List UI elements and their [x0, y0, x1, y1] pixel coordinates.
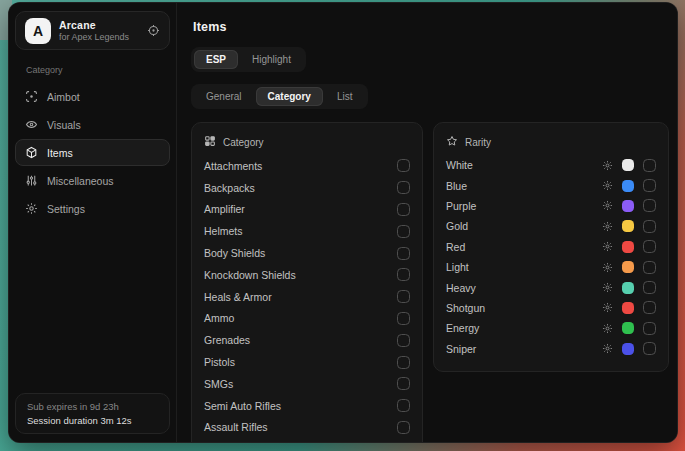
gear-icon[interactable]: [602, 343, 613, 354]
category-row: Amplifier: [204, 199, 410, 221]
color-swatch[interactable]: [622, 159, 634, 171]
gear-icon[interactable]: [602, 282, 613, 293]
category-checkbox[interactable]: [397, 421, 410, 434]
sidebar-item-items[interactable]: Items: [15, 139, 170, 166]
rarity-checkbox[interactable]: [643, 159, 656, 172]
sidebar-item-aimbot[interactable]: Aimbot: [15, 83, 170, 110]
tab-general[interactable]: General: [194, 87, 254, 106]
category-checkbox[interactable]: [397, 203, 410, 216]
rarity-row-label: Red: [446, 241, 465, 253]
cube-icon: [25, 146, 38, 159]
rarity-row-controls: [602, 261, 656, 274]
rarity-list: WhiteBluePurpleGoldRedLightHeavyShotgunE…: [446, 155, 656, 359]
sidebar-item-visuals[interactable]: Visuals: [15, 111, 170, 138]
sidebar-item-label: Visuals: [47, 119, 81, 131]
page-title: Items: [193, 20, 669, 34]
gear-icon[interactable]: [602, 221, 613, 232]
category-checkbox[interactable]: [397, 312, 410, 325]
gear-icon[interactable]: [602, 241, 613, 252]
color-swatch[interactable]: [622, 282, 634, 294]
rarity-checkbox[interactable]: [643, 281, 656, 294]
rarity-row-controls: [602, 322, 656, 335]
app-name: Arcane: [59, 19, 139, 31]
category-row: LMGs: [204, 438, 410, 443]
category-row: Heals & Armor: [204, 286, 410, 308]
category-checkbox[interactable]: [397, 290, 410, 303]
rarity-row: Blue: [446, 175, 656, 195]
category-checkbox[interactable]: [397, 268, 410, 281]
session-info-card: Sub expires in 9d 23h Session duration 3…: [15, 393, 170, 434]
category-checkbox[interactable]: [397, 159, 410, 172]
desktop: A Arcane for Apex Legends Category Aimbo…: [0, 0, 685, 451]
mode-option-esp[interactable]: ESP: [194, 50, 238, 69]
rarity-row-controls: [602, 199, 656, 212]
category-row-label: Knockdown Shields: [204, 269, 296, 281]
color-swatch[interactable]: [622, 302, 634, 314]
gear-icon[interactable]: [602, 262, 613, 273]
category-row: Helmets: [204, 220, 410, 242]
sliders-icon: [25, 174, 38, 187]
category-row: Pistols: [204, 351, 410, 373]
category-checkbox[interactable]: [397, 356, 410, 369]
mode-toggle: ESPHighlight: [191, 47, 306, 72]
gear-icon[interactable]: [602, 323, 613, 334]
rarity-panel-title: Rarity: [465, 137, 491, 148]
crosshair-icon: [25, 90, 38, 103]
category-panel-title: Category: [223, 137, 264, 148]
category-checkbox[interactable]: [397, 377, 410, 390]
gear-icon[interactable]: [602, 180, 613, 191]
sidebar-spacer: [9, 223, 176, 393]
tab-category[interactable]: Category: [256, 87, 323, 106]
rarity-checkbox[interactable]: [643, 301, 656, 314]
rarity-row: Energy: [446, 318, 656, 338]
rarity-row: White: [446, 155, 656, 175]
rarity-checkbox[interactable]: [643, 240, 656, 253]
sidebar-item-label: Aimbot: [47, 91, 80, 103]
rarity-row-controls: [602, 240, 656, 253]
rarity-row-controls: [602, 220, 656, 233]
rarity-row-label: Purple: [446, 200, 476, 212]
category-checkbox[interactable]: [397, 225, 410, 238]
category-checkbox[interactable]: [397, 247, 410, 260]
rarity-row-label: White: [446, 159, 473, 171]
sidebar: A Arcane for Apex Legends Category Aimbo…: [9, 3, 176, 442]
rarity-checkbox[interactable]: [643, 322, 656, 335]
rarity-row-controls: [602, 159, 656, 172]
gear-icon[interactable]: [602, 302, 613, 313]
target-icon[interactable]: [147, 24, 160, 37]
category-row: Grenades: [204, 329, 410, 351]
rarity-row: Light: [446, 257, 656, 277]
color-swatch[interactable]: [622, 220, 634, 232]
category-checkbox[interactable]: [397, 181, 410, 194]
category-row: Body Shields: [204, 242, 410, 264]
rarity-checkbox[interactable]: [643, 342, 656, 355]
rarity-checkbox[interactable]: [643, 261, 656, 274]
rarity-checkbox[interactable]: [643, 199, 656, 212]
app-title-block: Arcane for Apex Legends: [59, 19, 139, 42]
color-swatch[interactable]: [622, 200, 634, 212]
gear-icon[interactable]: [602, 160, 613, 171]
color-swatch[interactable]: [622, 241, 634, 253]
rarity-checkbox[interactable]: [643, 220, 656, 233]
rarity-row: Red: [446, 237, 656, 257]
tab-list[interactable]: List: [325, 87, 365, 106]
category-row-label: Ammo: [204, 312, 234, 324]
color-swatch[interactable]: [622, 261, 634, 273]
category-row-label: Grenades: [204, 334, 250, 346]
rarity-checkbox[interactable]: [643, 179, 656, 192]
sidebar-section-label: Category: [26, 65, 176, 75]
category-checkbox[interactable]: [397, 399, 410, 412]
category-panel-header: Category: [204, 131, 410, 153]
gear-icon[interactable]: [602, 200, 613, 211]
color-swatch[interactable]: [622, 180, 634, 192]
color-swatch[interactable]: [622, 343, 634, 355]
category-checkbox[interactable]: [397, 334, 410, 347]
app-subtitle: for Apex Legends: [59, 32, 139, 42]
sidebar-item-miscellaneous[interactable]: Miscellaneous: [15, 167, 170, 194]
sub-expiry-text: Sub expires in 9d 23h: [27, 401, 158, 412]
sidebar-item-settings[interactable]: Settings: [15, 195, 170, 222]
color-swatch[interactable]: [622, 322, 634, 334]
rarity-row-label: Blue: [446, 180, 467, 192]
category-row-label: Assault Rifles: [204, 421, 268, 433]
mode-option-highlight[interactable]: Highlight: [240, 50, 303, 69]
